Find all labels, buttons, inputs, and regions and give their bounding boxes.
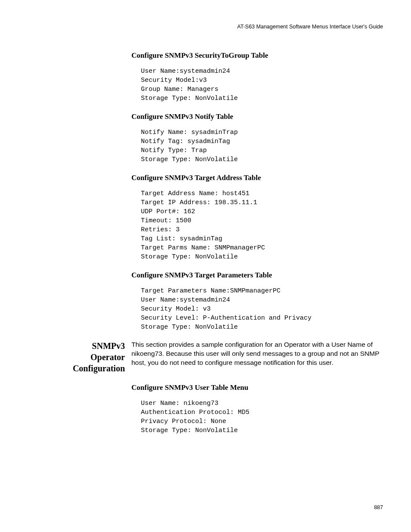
section-heading-target-address: Configure SNMPv3 Target Address Table <box>131 174 383 182</box>
side-paragraph-operator-config: This section provides a sample configura… <box>131 340 383 367</box>
code-block-target-parameters: Target Parameters Name:SNMPmanagerPC Use… <box>141 286 383 332</box>
section-heading-notify: Configure SNMPv3 Notify Table <box>131 112 383 121</box>
section-heading-user-table: Configure SNMPv3 User Table Menu <box>131 383 383 392</box>
code-block-notify: Notify Name: sysadminTrap Notify Tag: sy… <box>141 128 383 164</box>
code-block-target-address: Target Address Name: host451 Target IP A… <box>141 189 383 261</box>
section-heading-target-parameters: Configure SNMPv3 Target Parameters Table <box>131 271 383 280</box>
section-heading-security-to-group: Configure SNMPv3 SecurityToGroup Table <box>131 51 383 60</box>
code-block-user-table: User Name: nikoeng73 Authentication Prot… <box>141 399 383 435</box>
code-block-security-to-group: User Name:systemadmin24 Security Model:v… <box>141 67 383 103</box>
page-header: AT-S63 Management Software Menus Interfa… <box>56 24 383 30</box>
side-heading-operator-config: SNMPv3 Operator Configuration <box>56 340 125 374</box>
page-number: 887 <box>374 504 383 510</box>
